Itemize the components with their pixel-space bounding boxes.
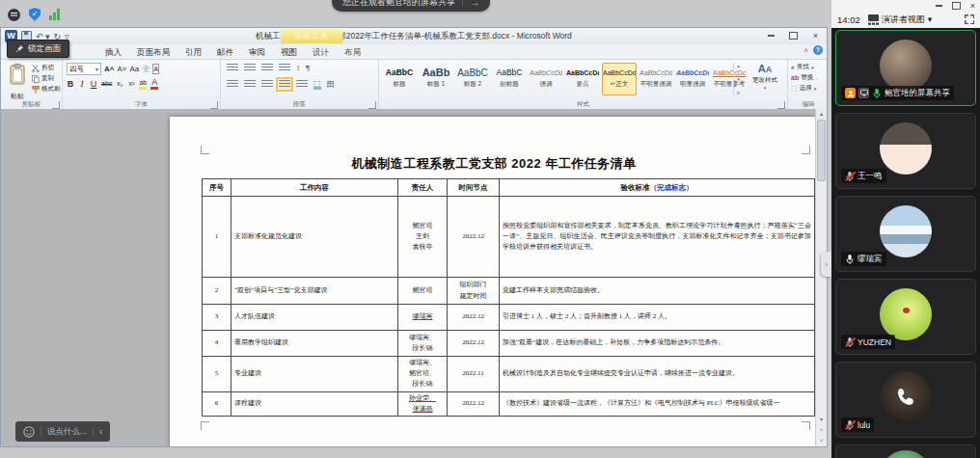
format-painter-button[interactable]: 格式刷 bbox=[32, 85, 61, 94]
find-button[interactable]: ⌕查找▾ bbox=[791, 63, 816, 71]
cell-criteria[interactable]: 《数控技术》建设省级一流课程，《计算方法》和《电气控制技术与 PLC》申报校级或… bbox=[500, 391, 815, 416]
style-chip-heading1[interactable]: AaBb标题 1 bbox=[419, 63, 453, 95]
exit-arrow-icon[interactable]: → bbox=[470, 0, 479, 8]
change-styles-button[interactable]: AA 更改样式▾ bbox=[747, 63, 783, 91]
maximize-button[interactable] bbox=[952, 1, 961, 11]
cell-no[interactable]: 2 bbox=[203, 278, 231, 305]
styles-gallery-scroll[interactable]: ▴▾≡ bbox=[733, 63, 743, 95]
char-border-button[interactable]: A bbox=[152, 64, 159, 74]
grow-font-button[interactable]: A˄ bbox=[104, 64, 114, 74]
style-chip-heading[interactable]: AaBbC标题 bbox=[382, 63, 417, 95]
change-case-button[interactable]: Aa bbox=[129, 64, 139, 74]
tab-table-design[interactable]: 设计 bbox=[305, 45, 337, 59]
chat-quick-bar[interactable]: 说点什么... ‹ bbox=[15, 421, 110, 442]
cell-time[interactable]: 2022.12 bbox=[448, 331, 500, 357]
font-color-button[interactable]: A bbox=[150, 78, 158, 90]
scroll-down-icon[interactable]: ▾ bbox=[820, 415, 823, 424]
cell-no[interactable]: 5 bbox=[203, 357, 231, 392]
cell-task[interactable]: 基层教学组织建设 bbox=[231, 331, 398, 357]
tab-view[interactable]: 视图 bbox=[273, 45, 305, 59]
subscript-button[interactable]: x₂ bbox=[116, 78, 123, 90]
participant-tile[interactable] bbox=[835, 445, 976, 458]
cell-person[interactable]: 鲍官培 bbox=[398, 278, 448, 305]
cell-task[interactable]: 支部标准化规范化建设 bbox=[231, 197, 398, 278]
header-person[interactable]: 责任人 bbox=[398, 179, 448, 197]
justify-button[interactable] bbox=[279, 80, 290, 89]
style-chip-intense-emphasis[interactable]: AaBbCcDc明显强调 bbox=[675, 63, 710, 95]
superscript-button[interactable]: x² bbox=[127, 78, 135, 90]
lock-view-tooltip[interactable]: 锁定画面 bbox=[7, 40, 69, 58]
align-center-button[interactable] bbox=[244, 80, 256, 89]
cell-person[interactable]: 缪瑞宾、 段长锦 bbox=[398, 331, 448, 357]
tab-references[interactable]: 引用 bbox=[177, 45, 209, 59]
cell-no[interactable]: 3 bbox=[203, 305, 231, 331]
underline-button[interactable]: U bbox=[90, 78, 97, 90]
chat-input[interactable]: 说点什么... bbox=[47, 426, 87, 438]
tab-table-layout[interactable]: 布局 bbox=[337, 45, 368, 59]
style-chip-subtle-emphasis[interactable]: AaBbCcDd不明显强调 bbox=[639, 63, 673, 95]
cell-criteria[interactable]: 加强“双基”建设，在达标的基础上，补短板，力争多项指标达到示范条件。 bbox=[500, 331, 815, 357]
cell-task[interactable]: “双创”项目与“三型”党支部建设 bbox=[231, 278, 398, 305]
tab-review[interactable]: 审阅 bbox=[241, 45, 273, 59]
watching-screen-banner[interactable]: 您正在观看鲍官培的屏幕共享 → bbox=[332, 0, 490, 12]
tab-mailings[interactable]: 邮件 bbox=[209, 45, 241, 59]
cell-criteria[interactable]: 按照校党委组织部和宣传部相关要求，制定本系党员、教职工理论学习计划并遵照执行；严… bbox=[500, 197, 815, 278]
fullscreen-icon[interactable] bbox=[965, 14, 974, 24]
cell-person[interactable]: 缪瑞宾 bbox=[398, 305, 448, 331]
tab-insert[interactable]: 插入 bbox=[97, 45, 129, 59]
numbering-button[interactable] bbox=[244, 64, 256, 72]
minimize-button[interactable] bbox=[936, 1, 942, 11]
header-task[interactable]: 工作内容 bbox=[231, 179, 398, 197]
header-time[interactable]: 时间节点 bbox=[448, 179, 500, 197]
cell-person[interactable]: 鲍官培 王剑 袁枝亭 bbox=[398, 197, 448, 278]
bullets-button[interactable] bbox=[227, 64, 238, 72]
show-marks-button[interactable]: ¶ bbox=[306, 64, 310, 72]
help-icon[interactable]: ? bbox=[813, 45, 823, 55]
view-mode-button[interactable]: 演讲者视图 ▾ bbox=[868, 13, 933, 26]
style-chip-strong[interactable]: AaBbCcDc要点 bbox=[565, 63, 600, 95]
minimize-button[interactable] bbox=[763, 30, 779, 40]
copy-button[interactable]: 复制 bbox=[32, 74, 61, 83]
emoji-icon[interactable] bbox=[23, 426, 35, 438]
font-dialog-launcher[interactable] bbox=[210, 101, 218, 109]
clipboard-dialog-launcher[interactable] bbox=[52, 101, 60, 109]
collapse-ribbon-icon[interactable]: ˄ bbox=[803, 46, 808, 55]
shield-icon[interactable]: ✓ bbox=[29, 8, 41, 21]
cell-time[interactable]: 2022.12 bbox=[448, 197, 500, 278]
bold-button[interactable]: B bbox=[67, 78, 74, 90]
participant-tile[interactable]: 缪瑞宾 bbox=[835, 196, 976, 272]
cell-person[interactable]: 缪瑞宾、 鲍官培、 段长锦 bbox=[398, 357, 448, 392]
vertical-scrollbar[interactable]: ▴ ▾ ˄ ˅ bbox=[815, 109, 827, 446]
participant-tile-sharer[interactable]: 鲍官培的屏幕共享 bbox=[835, 30, 976, 106]
highlight-color-button[interactable]: ab bbox=[139, 78, 147, 90]
paragraph-dialog-launcher[interactable] bbox=[368, 101, 376, 109]
borders-button[interactable]: 田 bbox=[327, 79, 335, 90]
sort-button[interactable]: ↕ bbox=[296, 64, 300, 72]
cell-task[interactable]: 课程建设 bbox=[231, 391, 398, 416]
cell-time[interactable]: 组织部门 规定时间 bbox=[448, 278, 500, 305]
participant-tile[interactable]: 王一鸣 bbox=[835, 113, 976, 189]
align-left-button[interactable] bbox=[227, 80, 238, 89]
replace-button[interactable]: ab替换 bbox=[791, 73, 816, 82]
header-no[interactable]: 序号 bbox=[203, 179, 231, 197]
cell-time[interactable]: 2022.12 bbox=[448, 305, 500, 331]
scroll-up-icon[interactable]: ▴ bbox=[820, 109, 823, 119]
distribute-button[interactable] bbox=[296, 80, 308, 89]
multilevel-list-button[interactable] bbox=[261, 64, 273, 72]
cell-no[interactable]: 1 bbox=[203, 197, 231, 278]
italic-button[interactable]: I bbox=[78, 78, 86, 90]
chat-collapse-icon[interactable]: ‹ bbox=[99, 426, 102, 437]
style-chip-emphasis[interactable]: AaBbCcDd强调 bbox=[529, 63, 563, 95]
style-chip-normal[interactable]: AaBbCcDd↵正文 bbox=[602, 63, 637, 95]
scrollbar-thumb[interactable] bbox=[817, 120, 826, 181]
cell-no[interactable]: 6 bbox=[203, 391, 231, 416]
styles-dialog-launcher[interactable] bbox=[777, 101, 785, 109]
tab-page-layout[interactable]: 页面布局 bbox=[129, 45, 177, 59]
style-chip-heading2[interactable]: AaBbC标题 2 bbox=[455, 63, 490, 95]
phonetic-guide-button[interactable]: 变 bbox=[142, 64, 150, 74]
close-button[interactable]: × bbox=[807, 30, 824, 40]
next-page-icon[interactable]: ˅ bbox=[820, 436, 824, 445]
select-button[interactable]: ⬚选择▾ bbox=[791, 84, 816, 93]
align-right-button[interactable] bbox=[261, 80, 273, 89]
previous-page-icon[interactable]: ˄ bbox=[820, 425, 824, 435]
